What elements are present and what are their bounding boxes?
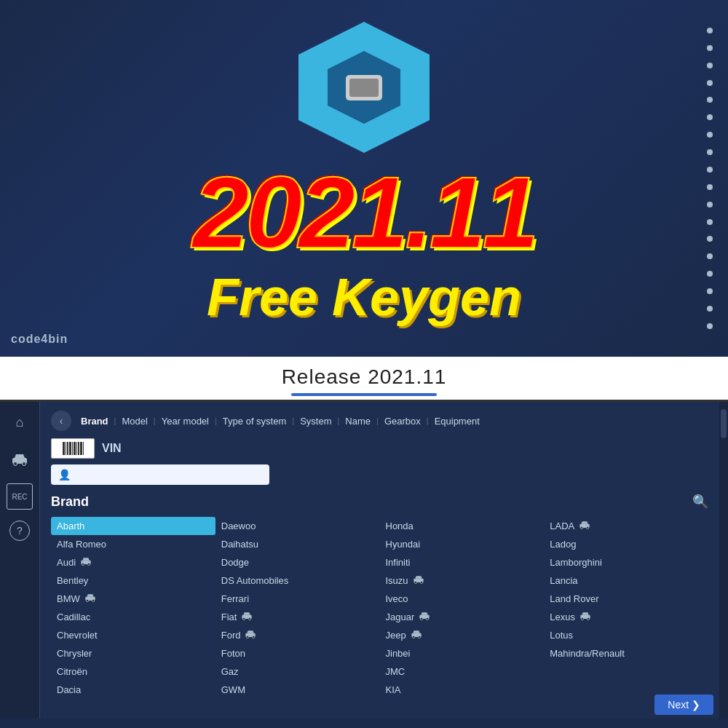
brand-item-abarth[interactable]: Abarth: [51, 517, 215, 535]
scroll-thumb[interactable]: [721, 409, 727, 438]
dot-decoration: [707, 167, 713, 173]
brand-item-lamborghini[interactable]: Lamborghini: [544, 553, 708, 571]
brand-label: Land Rover: [550, 593, 598, 604]
brand-item-gaz[interactable]: Gaz: [215, 662, 380, 681]
dot-decoration: [707, 97, 713, 103]
brand-column-1: DaewooDaihatsuDodgeDS AutomobilesFerrari…: [215, 517, 380, 699]
vin-label: VIN: [102, 442, 122, 455]
svg-point-31: [418, 636, 420, 638]
sidebar-help-icon[interactable]: ?: [9, 521, 30, 541]
brand-item-lancia[interactable]: Lancia: [544, 571, 708, 590]
brand-item-infiniti[interactable]: Infiniti: [380, 553, 545, 571]
svg-point-39: [587, 617, 589, 620]
brand-item-ford[interactable]: Ford: [215, 626, 380, 644]
dot-pattern: [699, 0, 721, 357]
dot-decoration: [707, 271, 713, 277]
brand-item-gwm[interactable]: GWM: [215, 681, 380, 699]
dot-decoration: [707, 28, 713, 33]
car-icon: [80, 557, 92, 568]
back-button[interactable]: ‹: [51, 411, 71, 431]
brand-item-lada[interactable]: LADA: [544, 517, 708, 535]
brand-label: Cadillac: [57, 612, 90, 622]
brand-item-hyundai[interactable]: Hyundai: [380, 535, 545, 553]
brand-label: Lotus: [550, 630, 573, 641]
brand-item-ladog[interactable]: Ladog: [544, 535, 708, 553]
dot-decoration: [707, 253, 713, 259]
sidebar-car-icon[interactable]: [7, 446, 33, 472]
brand-item-daewoo[interactable]: Daewoo: [215, 517, 380, 535]
brand-search-icon[interactable]: 🔍: [692, 494, 708, 510]
brand-label: Iveco: [386, 593, 408, 604]
brand-item-iveco[interactable]: Iveco: [380, 590, 545, 608]
brand-item-fiat[interactable]: Fiat: [215, 608, 380, 626]
svg-marker-1: [15, 454, 25, 458]
breadcrumb-item-brand[interactable]: Brand: [75, 414, 114, 428]
breadcrumb-item-name[interactable]: Name: [339, 414, 376, 428]
breadcrumb-item-system[interactable]: System: [294, 414, 337, 428]
content-area: ‹ Brand|Model|Year model|Type of system|…: [40, 402, 719, 719]
brand-item-chevrolet[interactable]: Chevrolet: [51, 626, 215, 644]
svg-marker-13: [244, 612, 250, 614]
brand-label: DS Automobiles: [221, 575, 289, 586]
brand-title: Brand: [51, 494, 89, 510]
brand-item-isuzu[interactable]: Isuzu: [380, 571, 545, 590]
brand-item-jinbei[interactable]: Jinbei: [380, 644, 545, 662]
breadcrumb-item-year-model[interactable]: Year model: [156, 414, 215, 428]
brand-item-lotus[interactable]: Lotus: [544, 626, 708, 644]
version-number: 2021.11: [192, 162, 535, 264]
dot-decoration: [707, 236, 713, 242]
brand-item-dacia[interactable]: Dacia: [51, 681, 215, 699]
search-box[interactable]: 👤: [51, 464, 269, 485]
brand-item-kia[interactable]: KIA: [380, 681, 545, 699]
brand-item-chrysler[interactable]: Chrysler: [51, 644, 215, 662]
brand-item-dodge[interactable]: Dodge: [215, 553, 380, 571]
svg-point-14: [243, 617, 245, 620]
brand-item-jmc[interactable]: JMC: [380, 662, 545, 681]
svg-point-7: [87, 563, 90, 565]
breadcrumb-item-gearbox[interactable]: Gearbox: [379, 414, 427, 428]
brand-label: Chevrolet: [57, 630, 98, 641]
brand-item-alfa-romeo[interactable]: Alfa Romeo: [51, 535, 215, 553]
brand-item-cadillac[interactable]: Cadillac: [51, 608, 215, 626]
right-scrollbar[interactable]: [719, 402, 728, 719]
sidebar-rec-icon[interactable]: REC: [7, 483, 33, 510]
next-button[interactable]: Next ❯: [654, 695, 713, 715]
hexagon-decoration: [284, 15, 444, 175]
brand-item-audi[interactable]: Audi: [51, 553, 215, 571]
brand-item-bentley[interactable]: Bentley: [51, 571, 215, 590]
brand-label: Abarth: [57, 521, 84, 531]
brand-item-honda[interactable]: Honda: [380, 517, 545, 535]
svg-point-38: [581, 617, 583, 620]
brand-item-lexus[interactable]: Lexus: [544, 608, 708, 626]
brand-column-2: HondaHyundaiInfinitiIsuzuIvecoJaguarJeep…: [380, 517, 545, 699]
svg-point-6: [82, 563, 84, 565]
brand-item-mahindra-renault[interactable]: Mahindra/Renault: [544, 644, 708, 662]
svg-marker-37: [582, 612, 588, 614]
sidebar-home-icon[interactable]: ⌂: [7, 409, 33, 435]
brand-label: Dacia: [57, 684, 81, 695]
breadcrumb-item-type-of-system[interactable]: Type of system: [217, 414, 292, 428]
breadcrumb-items: Brand|Model|Year model|Type of system|Sy…: [75, 414, 486, 428]
dot-decoration: [707, 219, 713, 225]
dot-decoration: [707, 45, 713, 51]
dot-decoration: [707, 288, 713, 294]
brand-item-bmw[interactable]: BMW: [51, 590, 215, 608]
main-content: ⌂ REC ? ‹ Brand|Model|Year model|Type of…: [0, 402, 728, 719]
brand-item-land-rover[interactable]: Land Rover: [544, 590, 708, 608]
brand-item-citroën[interactable]: Citroën: [51, 662, 215, 681]
breadcrumb-item-equipment[interactable]: Equipment: [429, 414, 486, 428]
search-input[interactable]: [76, 470, 222, 480]
svg-marker-25: [422, 612, 428, 614]
svg-point-19: [253, 636, 255, 638]
brand-label: KIA: [386, 684, 401, 695]
svg-marker-17: [248, 630, 254, 633]
car-icon: [579, 612, 591, 622]
brand-item-daihatsu[interactable]: Daihatsu: [215, 535, 380, 553]
release-underline: [291, 393, 437, 396]
brand-item-ferrari[interactable]: Ferrari: [215, 590, 380, 608]
breadcrumb-item-model[interactable]: Model: [116, 414, 153, 428]
brand-item-jeep[interactable]: Jeep: [380, 626, 545, 644]
brand-item-jaguar[interactable]: Jaguar: [380, 608, 545, 626]
brand-item-ds-automobiles[interactable]: DS Automobiles: [215, 571, 380, 590]
brand-item-foton[interactable]: Foton: [215, 644, 380, 662]
